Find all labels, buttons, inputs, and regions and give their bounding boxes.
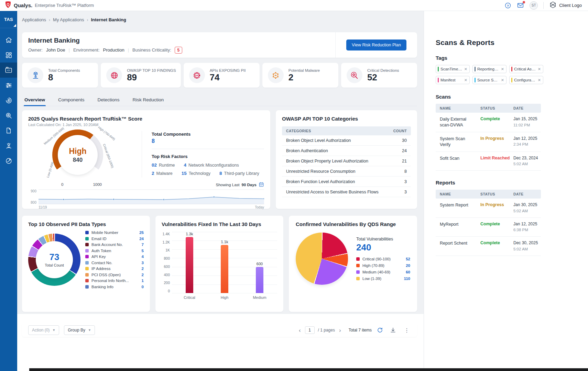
- breadcrumb-applications[interactable]: Applications: [22, 17, 46, 22]
- api-badge-icon: API: [189, 67, 205, 83]
- client-logo[interactable]: Client Logo: [549, 1, 582, 10]
- sidebar-item-api-security[interactable]: </>: [0, 63, 17, 78]
- tag-close-icon[interactable]: ✕: [501, 78, 504, 82]
- sidebar-item-integrations[interactable]: [0, 153, 17, 168]
- module-picker[interactable]: TAS: [0, 11, 17, 28]
- download-icon[interactable]: [388, 327, 398, 333]
- tag-chip[interactable]: ScanTimeMin...✕: [436, 65, 470, 73]
- tag-chip[interactable]: Critical Assets✕: [509, 65, 543, 73]
- risk-factor: 4Network Misconfigurations: [184, 162, 239, 168]
- scans-table: NAME STATUS DATE Daily External scan-DVW…: [436, 104, 541, 171]
- tag-color-bar: [511, 67, 512, 71]
- breadcrumb-my-applications[interactable]: My Applications: [53, 17, 84, 22]
- page-prev-icon[interactable]: ‹: [298, 327, 302, 333]
- group-by-dropdown[interactable]: Group By▼: [64, 325, 95, 335]
- malware-icon: [268, 67, 284, 83]
- help-icon[interactable]: ?: [504, 2, 511, 9]
- sidebar-item-settings[interactable]: [0, 78, 17, 93]
- action-dropdown-label: Action (0): [32, 328, 50, 333]
- tag-close-icon[interactable]: ✕: [501, 67, 504, 71]
- qds-legend-item: Medium (40-69)60: [356, 270, 410, 274]
- page-next-icon[interactable]: ›: [338, 327, 342, 333]
- app-header-card: Internet Banking Owner:John Doe | Enviro…: [22, 32, 417, 58]
- risk-factor-label: Technology: [189, 171, 210, 176]
- row-name: Sofit Scan: [440, 156, 480, 167]
- owasp-category: Broken Object Level Authorization: [286, 138, 351, 143]
- stat-card-0: Total Components8: [22, 63, 98, 88]
- tag-chip[interactable]: Source Synte...✕: [472, 76, 507, 84]
- tag-chip[interactable]: Reporting Ser...✕: [472, 65, 507, 73]
- owasp-count: 30: [402, 138, 407, 143]
- tab-components[interactable]: Components: [57, 95, 85, 106]
- tag-chip[interactable]: Manifest✕: [436, 76, 470, 84]
- gauge-band-low: Low (0-499): [46, 161, 54, 178]
- kebab-menu-icon[interactable]: ⋮: [401, 327, 412, 334]
- owasp-category: Unrestricted Access to Sensitive Busines…: [286, 190, 379, 194]
- trend-x-axis: 11/19 Today: [39, 205, 264, 209]
- pii-total-value: 73: [50, 252, 59, 262]
- bar: [221, 245, 228, 293]
- avatar[interactable]: ST: [530, 1, 538, 10]
- bar-value-label: 1.1k: [221, 240, 228, 244]
- row-name: System Scan Verify: [440, 136, 480, 148]
- table-row: Daily External scan-DVWACompleteJan 15, …: [436, 113, 541, 132]
- tag-close-icon[interactable]: ✕: [464, 78, 467, 82]
- risk-factor-label: Third-party Library: [224, 171, 259, 176]
- row-name: MyReport: [440, 222, 480, 233]
- sidebar-item-insights[interactable]: [0, 138, 17, 153]
- action-dropdown[interactable]: Action (0)▼: [28, 325, 59, 335]
- trurisk-subtitle: Last Calculated On: 1 Jan 2025, 10:20AM: [28, 123, 264, 127]
- owasp-table-row: Broken Object Level Authorization30: [282, 135, 411, 146]
- legend-label: Personal Info North...: [91, 279, 139, 283]
- svg-text:</>: </>: [7, 69, 10, 71]
- row-name: Report Schent: [440, 240, 480, 252]
- sidebar-item-radar[interactable]: [0, 93, 17, 108]
- legend-value: 25: [139, 231, 144, 235]
- owasp-category: Broken Authentication: [286, 148, 328, 153]
- bar-plot: 1.3kCritical1.1kHigh600Medium: [172, 232, 277, 293]
- pii-data-types-card: Top 10 Observed PII Data Types 73 Total …: [22, 216, 150, 312]
- owner-label: Owner:: [28, 47, 43, 53]
- refresh-icon[interactable]: [375, 327, 385, 333]
- tag-close-icon[interactable]: ✕: [538, 78, 541, 82]
- criticality-label: Business Criticality:: [132, 47, 171, 53]
- legend-swatch: [85, 255, 89, 258]
- bar-group-high: 1.1kHigh: [214, 232, 235, 293]
- topbar-actions: ? ST Client Logo: [504, 1, 582, 10]
- pii-donut-chart: 73 Total Count: [28, 234, 80, 286]
- row-status: Complete: [480, 116, 513, 128]
- stat-text: Potential Malware2: [288, 68, 320, 82]
- sidebar-item-documents[interactable]: [0, 123, 17, 138]
- mail-icon[interactable]: [517, 2, 524, 9]
- total-components-label: Total Components: [152, 132, 264, 137]
- tab-detections[interactable]: Detections: [97, 95, 120, 106]
- tab-overview[interactable]: Overview: [24, 95, 46, 106]
- gauge-max: 1000: [93, 182, 102, 187]
- risk-factor-label: Malware: [156, 171, 173, 176]
- bar-y-tick: 600: [162, 265, 170, 269]
- tag-close-icon[interactable]: ✕: [538, 67, 541, 71]
- gauge-band-critical: Critical (850-1000): [102, 144, 115, 169]
- tag-color-bar: [475, 78, 476, 82]
- tag-chip[interactable]: Configurations✕: [509, 76, 543, 84]
- legend-value: 52: [406, 257, 410, 261]
- sidebar-item-investigate[interactable]: [0, 108, 17, 123]
- legend-value: 24: [139, 237, 144, 241]
- view-risk-reduction-plan-button[interactable]: View Risk Reduction Plan: [346, 40, 406, 50]
- risk-factor-count: 15: [182, 171, 187, 176]
- row-status: Complete: [480, 222, 513, 233]
- row-status: Complete: [480, 240, 513, 252]
- sidebar-item-dashboards[interactable]: [0, 47, 17, 63]
- pii-legend-item: Bank Account No.7: [85, 243, 144, 247]
- trurisk-summary: Total Components 8 Top Risk Factors 02Ru…: [142, 130, 264, 181]
- showing-prefix: Showing Last: [216, 183, 239, 187]
- sidebar-item-home[interactable]: [0, 32, 17, 47]
- calendar-icon[interactable]: [259, 182, 264, 188]
- tag-close-icon[interactable]: ✕: [464, 67, 467, 71]
- meta-separator: |: [128, 47, 129, 53]
- scans-reports-panel: Scans & Reports Tags ScanTimeMin...✕Repo…: [424, 11, 588, 371]
- vulns-fixed-card: Vulnerabilities Fixed In The Last 30 Day…: [155, 216, 283, 312]
- row-date: Jan 12, 20256:38 PM: [513, 222, 545, 233]
- page-input[interactable]: [305, 326, 315, 334]
- tab-risk-reduction[interactable]: Risk Reduction: [132, 95, 164, 106]
